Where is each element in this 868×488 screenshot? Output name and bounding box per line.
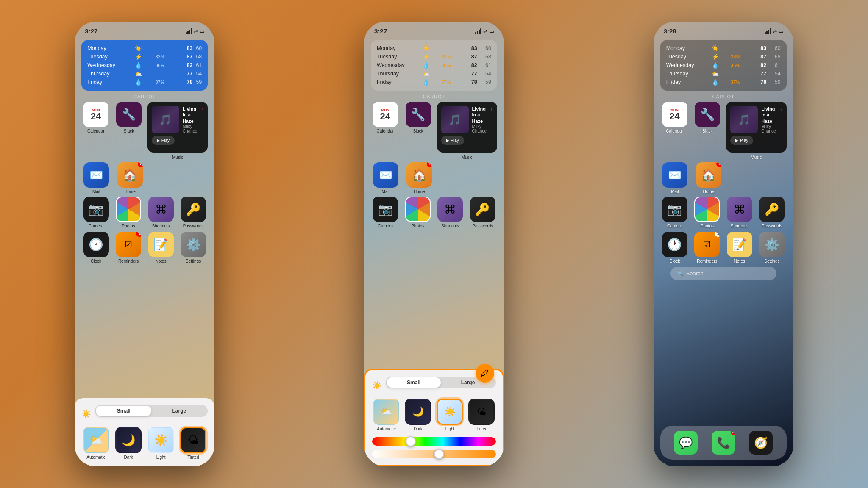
weather-widget-1: Monday ☀️ 8360 Tuesday ⚡ 33% 8768 Wednes… — [81, 40, 208, 91]
app-photos-1[interactable]: Photos — [115, 197, 142, 228]
weather-row-monday-1: Monday ☀️ 8360 — [87, 44, 202, 53]
app-home-1[interactable]: 🏠 2 Home — [115, 162, 145, 194]
app-settings-3[interactable]: ⚙️ Settings — [758, 232, 786, 263]
app-row-2-3: ✉️ Mail 🏠 2 Home — [654, 162, 793, 194]
app-music-3[interactable]: 🎵 Living in a Haze Milky Chance ♪ ▶ Play… — [726, 102, 786, 160]
app-slack-1[interactable]: 🔧 Slack — [114, 102, 143, 160]
app-mail-2[interactable]: ✉️ Mail — [371, 162, 401, 194]
theme-auto-label-1: Automatic — [86, 455, 105, 460]
app-calendar-1[interactable]: MON 24 Calendar — [81, 102, 110, 160]
opacity-thumb-2[interactable] — [434, 449, 444, 459]
app-camera-3[interactable]: 📷 Camera — [661, 197, 689, 228]
app-passwords-2[interactable]: 🔑 Passwords — [469, 197, 496, 228]
album-art-1: 🎵 — [152, 106, 179, 133]
status-bar-2: 3:27 ⇌ ▭ — [364, 22, 504, 38]
photos-icon-2 — [406, 197, 430, 221]
theme-auto-1[interactable]: ⛅ Automatic — [83, 427, 109, 460]
app-clock-3[interactable]: 🕐 Clock — [661, 232, 689, 263]
theme-dark-1[interactable]: 🌙 Dark — [115, 427, 142, 460]
app-notes-1[interactable]: 📝 Notes — [147, 232, 175, 263]
music-info-1: Living in a Haze Milky Chance — [183, 106, 197, 133]
color-picker-2[interactable]: 🖊 ☀️ Small Large ⛅ Automatic 🌙 Dark — [364, 369, 504, 466]
slack-icon-3: 🔧 — [700, 108, 715, 122]
reminders-badge-3: 1 — [715, 232, 720, 237]
app-home-3[interactable]: 🏠 2 Home — [694, 162, 723, 194]
weather-row-wednesday-3: Wednesday 💧 36% 82 61 — [666, 61, 781, 69]
theme-auto-2[interactable]: ⛅ Automatic — [373, 399, 399, 431]
camera-icon-3: 📷 — [667, 202, 682, 216]
app-row-1-2: MON 24 Calendar 🔧 Slack 🎵 Living in — [364, 102, 504, 160]
app-music-1[interactable]: 🎵 Living in a Haze Milky Chance ♪ ▶ Play… — [147, 102, 208, 160]
app-reminders-1[interactable]: ☑ 1 Reminders — [115, 232, 142, 263]
app-music-2[interactable]: 🎵 Living in a Haze Milky Chance ♪ ▶ Play… — [437, 102, 497, 160]
app-slack-3[interactable]: 🔧 Slack — [693, 102, 722, 160]
play-button-3[interactable]: ▶ Play — [730, 136, 753, 145]
clock-icon: 🕐 — [89, 238, 103, 252]
weather-row-tuesday-1: Tuesday ⚡ 33% 8768 — [87, 53, 202, 61]
app-slack-2[interactable]: 🔧 Slack — [404, 102, 433, 160]
app-mail-3[interactable]: ✉️ Mail — [660, 162, 690, 194]
play-button-2[interactable]: ▶ Play — [441, 136, 464, 145]
app-shortcuts-3[interactable]: ⌘ Shortcuts — [726, 197, 754, 228]
app-reminders-3[interactable]: ☑ 1 Reminders — [693, 232, 721, 263]
weather-widget-2: Monday ☀️ 83 60 Tuesday ⚡ 33% 87 68 Wedn… — [371, 40, 497, 91]
size-small-btn-2[interactable]: Small — [387, 377, 441, 388]
theme-light-1[interactable]: ☀️ Light — [148, 427, 174, 460]
theme-tinted-2[interactable]: 🌤 Tinted — [468, 399, 495, 431]
weather-row-friday-2: Friday 💧 37% 78 59 — [377, 78, 491, 86]
weather-row-friday-1: Friday 💧 37% 7859 — [87, 78, 202, 86]
app-calendar-2[interactable]: MON 24 Calendar — [371, 102, 400, 160]
size-small-btn-1[interactable]: Small — [96, 406, 151, 416]
size-large-btn-1[interactable]: Large — [151, 406, 207, 416]
passwords-icon: 🔑 — [186, 202, 201, 216]
app-shortcuts-1[interactable]: ⌘ Shortcuts — [147, 197, 175, 228]
clock-icon-3: 🕐 — [667, 238, 682, 252]
app-mail-1[interactable]: ✉️ Mail — [81, 162, 111, 194]
app-camera-1[interactable]: 📷 Camera — [82, 197, 110, 228]
app-clock-1[interactable]: 🕐 Clock — [82, 232, 110, 263]
status-bar-1: 3:27 ⇌ ▭ — [75, 22, 214, 38]
mail-icon-2: ✉️ — [379, 169, 392, 182]
dock-phone-3[interactable]: 📞 20 — [712, 431, 735, 455]
theme-dark-2[interactable]: 🌙 Dark — [405, 399, 431, 431]
music-info-2: Living in a Haze Milky Chance — [472, 106, 487, 133]
dock-compass-3[interactable]: 🧭 — [749, 431, 773, 455]
theme-dark-label-1: Dark — [124, 455, 133, 460]
app-passwords-1[interactable]: 🔑 Passwords — [180, 197, 207, 228]
app-notes-3[interactable]: 📝 Notes — [726, 232, 754, 263]
app-passwords-3[interactable]: 🔑 Passwords — [758, 197, 786, 228]
home-icon-3: 🏠 — [701, 168, 716, 182]
theme-light-label-1: Light — [156, 455, 166, 460]
status-icons-2: ⇌ ▭ — [475, 28, 494, 34]
music-info-3: Living in a Haze Milky Chance — [761, 106, 776, 133]
home-badge-1: 2 — [138, 162, 143, 167]
app-home-2[interactable]: 🏠 2 Home — [404, 162, 434, 194]
app-photos-2[interactable]: Photos — [404, 197, 431, 228]
theme-light-2[interactable]: ☀️ Light — [437, 399, 463, 431]
weather-row-tuesday-2: Tuesday ⚡ 33% 87 68 — [377, 53, 491, 61]
theme-auto-icon-2: ⛅ — [373, 399, 399, 425]
app-camera-2[interactable]: 📷 Camera — [372, 197, 399, 228]
theme-tinted-1[interactable]: 🌤 Tinted — [180, 427, 206, 460]
passwords-icon-2: 🔑 — [475, 202, 490, 216]
opacity-slider-2[interactable] — [372, 450, 496, 458]
theme-light-icon-2: ☀️ — [437, 399, 463, 425]
search-bar-3[interactable]: 🔍 Search — [670, 267, 776, 280]
album-art-2: 🎵 — [441, 106, 469, 133]
phone-badge: 20 — [731, 431, 735, 435]
dock-messages-3[interactable]: 💬 — [674, 431, 698, 455]
app-shortcuts-2[interactable]: ⌘ Shortcuts — [437, 197, 464, 228]
app-photos-3[interactable]: Photos — [693, 197, 721, 228]
passwords-icon-3: 🔑 — [765, 202, 779, 216]
play-button-1[interactable]: ▶ Play — [152, 136, 175, 145]
home-badge-2: 2 — [427, 162, 432, 167]
notes-icon: 📝 — [153, 238, 168, 252]
app-calendar-3[interactable]: MON 24 Calendar — [660, 102, 689, 160]
phone-3: 3:28 ⇌ ▭ Monday ☀️ 83 60 Tuesd — [654, 22, 793, 466]
hue-thumb-2[interactable] — [406, 436, 416, 446]
hue-slider-2[interactable] — [372, 437, 496, 446]
photos-icon — [117, 197, 140, 221]
sun-icon-2: ☀️ — [372, 381, 381, 390]
app-settings-1[interactable]: ⚙️ Settings — [180, 232, 207, 263]
eyedropper-icon[interactable]: 🖊 — [476, 364, 494, 383]
